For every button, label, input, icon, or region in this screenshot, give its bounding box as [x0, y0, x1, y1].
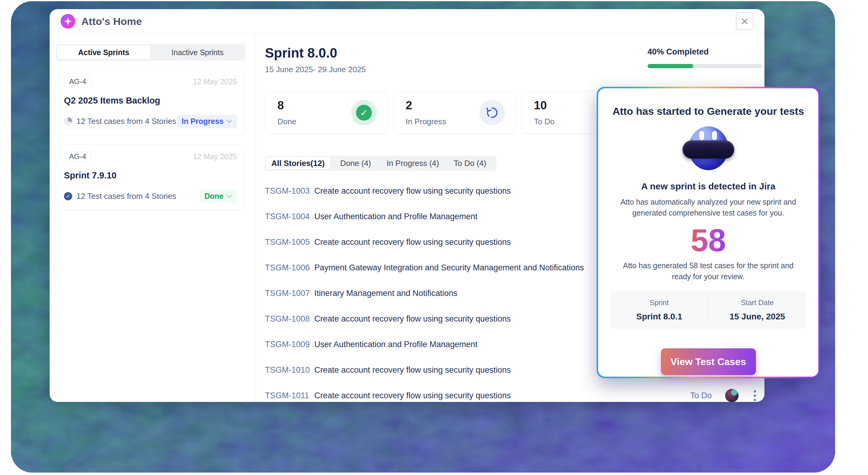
test-case-count: 58: [691, 224, 726, 257]
pie-chart-icon: [64, 117, 72, 125]
sprint-card[interactable]: AG-4 12 May 2025 Q2 2025 Items Backlog 1…: [56, 70, 245, 135]
sprint-info-strip: Sprint Sprint 8.0.1 Start Date 15 June, …: [610, 291, 806, 329]
story-id: TSGM-1004: [265, 212, 311, 221]
stat-value: 10: [534, 99, 555, 112]
info-label: Sprint: [650, 298, 669, 307]
info-value: 15 June, 2025: [730, 312, 785, 321]
sidebar-tabs: Active Sprints Inactive Sprints: [56, 44, 245, 61]
story-id: TSGM-1006: [265, 263, 311, 273]
window-header: Atto's Home: [50, 9, 765, 34]
chevron-down-icon: [226, 195, 232, 198]
story-status: To Do: [690, 391, 712, 401]
story-filter-tabs: All Stories(12) Done (4) In Progress (4)…: [265, 156, 496, 170]
stat-card-in-progress: 2 In Progress: [393, 91, 515, 134]
stage: Atto's Home Active Sprints Inactive Spri…: [0, 0, 868, 475]
story-id: TSGM-1007: [265, 289, 311, 298]
sidebar: Active Sprints Inactive Sprints AG-4 12 …: [50, 34, 256, 402]
story-title: Create account recovery flow using secur…: [314, 391, 690, 401]
check-circle-icon: ✓: [64, 192, 72, 200]
progress-fill: [648, 64, 693, 68]
story-id: TSGM-1003: [265, 186, 311, 196]
info-value: Sprint 8.0.1: [636, 312, 682, 321]
sync-icon: [479, 100, 505, 125]
sprint-date: 12 May 2025: [193, 77, 237, 86]
status-label: In Progress: [182, 117, 223, 126]
chevron-down-icon: [226, 120, 232, 123]
story-id: TSGM-1011: [265, 391, 311, 401]
sprint-card-title: Sprint 7.9.10: [64, 170, 237, 181]
stat-label: Done: [277, 117, 296, 126]
story-id: TSGM-1008: [265, 314, 311, 324]
sprint-date-range: 15 June 2025- 29 June 2025: [265, 65, 366, 74]
sprint-date: 12 May 2025: [193, 152, 237, 161]
window-title: Atto's Home: [81, 15, 142, 27]
sprint-title: Sprint 8.0.0: [265, 45, 366, 61]
story-id: TSGM-1010: [265, 366, 311, 375]
progress-label: 40% Completed: [648, 47, 762, 57]
story-id: TSGM-1009: [265, 340, 311, 349]
tab-inactive-sprints[interactable]: Inactive Sprints: [151, 45, 244, 60]
atto-panel: Atto has started to Generate your tests …: [597, 87, 820, 378]
panel-title: Atto has started to Generate your tests: [613, 105, 804, 117]
tab-done[interactable]: Done (4): [330, 157, 381, 169]
count-caption: Atto has generated 58 test cases for the…: [622, 260, 795, 282]
status-label: Done: [205, 192, 224, 201]
info-label: Start Date: [741, 298, 774, 307]
tab-in-progress[interactable]: In Progress (4): [381, 157, 444, 169]
stat-card-done: 8 Done ✓: [265, 91, 387, 134]
stat-value: 2: [406, 99, 446, 112]
close-icon: [741, 18, 748, 25]
stat-value: 8: [277, 99, 296, 112]
close-button[interactable]: [736, 12, 753, 30]
done-check-icon: ✓: [351, 100, 377, 125]
story-id: TSGM-1005: [265, 238, 311, 247]
sprint-tag: AG-4: [64, 76, 91, 87]
stat-label: In Progress: [406, 117, 446, 126]
status-dropdown[interactable]: Done: [200, 190, 237, 203]
kebab-menu-icon[interactable]: [752, 388, 758, 402]
tab-all-stories[interactable]: All Stories(12): [266, 157, 330, 169]
stat-label: To Do: [534, 117, 555, 126]
sprint-card-title: Q2 2025 Items Backlog: [64, 96, 237, 106]
status-dropdown[interactable]: In Progress: [177, 115, 237, 128]
panel-body-text: Atto has automatically analyzed your new…: [614, 196, 803, 218]
progress-bar: [648, 64, 762, 68]
tab-active-sprints[interactable]: Active Sprints: [57, 45, 151, 60]
sprint-tag: AG-4: [64, 151, 91, 162]
sprint-card-meta: 12 Test cases from 4 Stories: [76, 192, 200, 201]
panel-subtitle: A new sprint is detected in Jira: [641, 181, 775, 192]
atto-logo-icon: [61, 14, 75, 29]
atto-robot-icon: [683, 126, 734, 172]
tab-to-do[interactable]: To Do (4): [444, 157, 496, 169]
story-row[interactable]: TSGM-1011 Create account recovery flow u…: [265, 383, 762, 402]
progress-block: 40% Completed: [648, 47, 762, 68]
sprint-header: Sprint 8.0.0 15 June 2025- 29 June 2025 …: [265, 45, 762, 74]
sprint-card[interactable]: AG-4 12 May 2025 Sprint 7.9.10 ✓ 12 Test…: [56, 145, 245, 211]
sprint-card-meta: 12 Test cases from 4 Stories: [76, 117, 177, 126]
assignee-avatar: [725, 389, 739, 402]
view-test-cases-button[interactable]: View Test Cases: [661, 348, 756, 375]
sparkle-icon: [64, 18, 72, 25]
